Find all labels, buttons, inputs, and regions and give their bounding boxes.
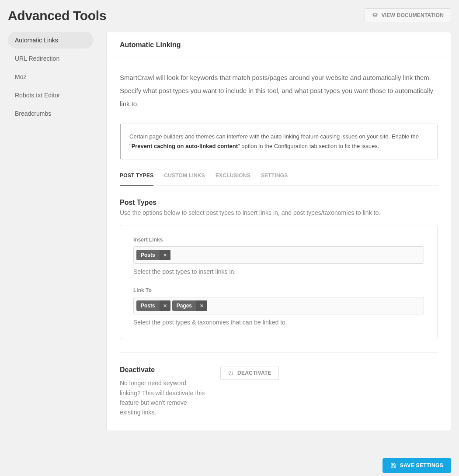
close-icon[interactable]: ✕ (160, 250, 170, 260)
tag-posts: Posts ✕ (136, 250, 170, 260)
notice-text-after: " option in the Configuration tab sectio… (238, 143, 379, 149)
post-types-sub: Use the options below to select post typ… (120, 209, 438, 216)
sidebar-item-robots-txt[interactable]: Robots.txt Editor (8, 87, 93, 103)
insert-links-help: Select the post types to insert links in… (133, 268, 424, 275)
divider (120, 352, 438, 353)
save-settings-button[interactable]: SAVE SETTINGS (382, 458, 451, 473)
sidebar-item-label: Breadcrumbs (15, 110, 51, 117)
power-icon (228, 370, 234, 376)
notice-text-bold: Prevent caching on auto-linked content (132, 143, 238, 149)
close-icon[interactable]: ✕ (196, 300, 207, 311)
notice-box: Certain page builders and themes can int… (120, 124, 438, 159)
panel-description: SmartCrawl will look for keywords that m… (120, 71, 438, 110)
tab-post-types[interactable]: POST TYPES (120, 172, 153, 186)
tag-label: Posts (136, 300, 160, 311)
insert-links-label: Insert Links (133, 237, 424, 243)
save-button-label: SAVE SETTINGS (400, 462, 443, 469)
sidebar-item-url-redirection[interactable]: URL Redirection (8, 50, 93, 67)
sidebar-item-label: Automatic Links (15, 37, 58, 44)
academic-cap-icon (372, 12, 378, 18)
deactivate-button[interactable]: DEACTIVATE (220, 366, 279, 380)
sidebar-item-moz[interactable]: Moz (8, 69, 93, 85)
deactivate-desc: No longer need keyword linking? This wil… (120, 378, 207, 417)
post-types-title: Post Types (120, 199, 438, 207)
insert-links-input[interactable]: Posts ✕ (133, 246, 424, 264)
sidebar-item-automatic-links[interactable]: Automatic Links (8, 32, 93, 48)
link-to-help: Select the post types & taxonomies that … (133, 319, 424, 326)
tab-label: EXCLUSIONS (216, 172, 250, 179)
save-icon (390, 462, 396, 469)
sidebar-item-label: Robots.txt Editor (15, 92, 60, 99)
page-title: Advanced Tools (8, 8, 106, 23)
tab-label: POST TYPES (120, 172, 153, 179)
tab-label: CUSTOM LINKS (164, 172, 205, 179)
deactivate-button-label: DEACTIVATE (237, 370, 271, 376)
sidebar-item-label: Moz (15, 73, 26, 80)
sidebar-item-label: URL Redirection (15, 55, 59, 62)
tabs: POST TYPES CUSTOM LINKS EXCLUSIONS SETTI… (120, 170, 438, 186)
panel-title: Automatic Linking (120, 41, 438, 49)
tag-pages: Pages ✕ (172, 300, 207, 311)
close-icon[interactable]: ✕ (160, 300, 170, 311)
tab-settings[interactable]: SETTINGS (261, 172, 288, 186)
main-panel: Automatic Linking SmartCrawl will look f… (106, 32, 451, 431)
tag-posts: Posts ✕ (136, 300, 170, 311)
tag-label: Pages (172, 300, 196, 311)
tag-label: Posts (136, 250, 160, 260)
tab-label: SETTINGS (261, 172, 288, 179)
tab-custom-links[interactable]: CUSTOM LINKS (164, 172, 205, 186)
view-documentation-button[interactable]: VIEW DOCUMENTATION (365, 8, 451, 22)
tab-exclusions[interactable]: EXCLUSIONS (216, 172, 250, 186)
post-types-box: Insert Links Posts ✕ Select the post typ… (120, 225, 438, 339)
view-documentation-label: VIEW DOCUMENTATION (382, 12, 444, 18)
link-to-label: Link To (133, 287, 424, 293)
sidebar: Automatic Links URL Redirection Moz Robo… (8, 32, 93, 462)
sidebar-item-breadcrumbs[interactable]: Breadcrumbs (8, 105, 93, 122)
link-to-input[interactable]: Posts ✕ Pages ✕ (133, 297, 424, 314)
deactivate-title: Deactivate (120, 366, 207, 374)
